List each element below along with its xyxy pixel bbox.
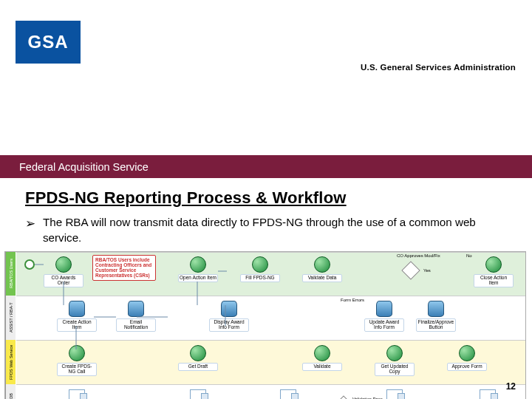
annotation-yes: Yes xyxy=(423,268,431,273)
page-title: FPDS-NG Reporting Process & Workflow xyxy=(25,188,532,208)
lane-3 xyxy=(16,340,525,384)
agency-name: U.S. General Services Administration xyxy=(361,63,516,72)
annotation-form-errors: Form Errors xyxy=(341,298,364,302)
start-node-icon xyxy=(24,259,35,270)
lane-label-4: FPDS-NG DB xyxy=(5,384,16,399)
lane-label-1: RBA/TOS Users xyxy=(5,252,16,296)
workflow-diagram: RBA/TOS Users ASSIST / RBA-T FPDS Web Se… xyxy=(4,251,526,399)
page-number: 12 xyxy=(506,381,516,392)
annotation-decision-modify: CO Approves Mod/Fix xyxy=(397,253,440,258)
annotation-no: No xyxy=(466,253,472,258)
lane-label-2: ASSIST / RBA-T xyxy=(5,296,16,340)
header: GSA U.S. General Services Administration xyxy=(0,0,532,78)
band-subtitle: Federal Acquisition Service xyxy=(0,155,532,178)
lane-4 xyxy=(16,384,525,399)
note-users: RBA/TOS Users include Contracting Office… xyxy=(92,255,156,281)
gsa-logo-text: GSA xyxy=(27,32,68,52)
bullet-arrow-icon: ➢ xyxy=(25,216,35,245)
lane-label-3: FPDS Web Service xyxy=(5,340,16,384)
gsa-logo: GSA xyxy=(16,21,81,64)
lane-2 xyxy=(16,296,525,340)
bullet-text: The RBA will now transmit data directly … xyxy=(43,215,507,245)
bullet-item: ➢ The RBA will now transmit data directl… xyxy=(25,215,507,245)
